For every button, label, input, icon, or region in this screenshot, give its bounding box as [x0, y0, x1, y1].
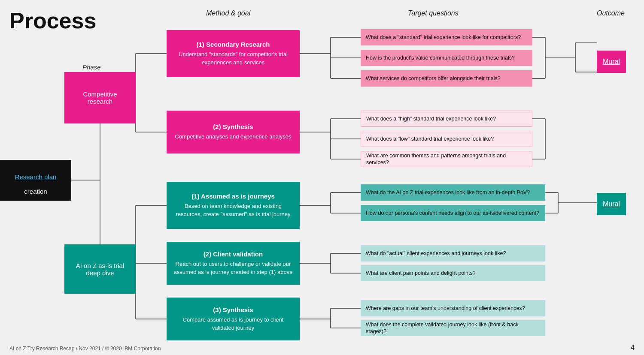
method-secondary-research: (1) Secondary Research Understand "stand… — [167, 30, 300, 77]
page-number: 4 — [631, 344, 635, 352]
method-3-title: (1) Assumed as is journeys — [191, 193, 275, 200]
phase-ai-trial: AI on Z as-is trial deep dive — [64, 244, 136, 294]
method-1-desc: Understand "standards" for competitor's … — [179, 51, 288, 66]
target-question-10: What are client pain points and delight … — [361, 265, 545, 281]
mural-1-label: Mural — [603, 58, 620, 66]
method-5-desc: Compare assumed as is journey to client … — [183, 316, 284, 331]
method-4-title: (2) Client validation — [204, 250, 263, 258]
method-3-desc: Based on team knowledge and existing res… — [176, 202, 290, 218]
research-plan-link[interactable]: Research plan — [15, 173, 57, 181]
target-question-1: What does a "standard" trial experience … — [361, 29, 532, 45]
target-question-8: How do our persona's content needs align… — [361, 205, 545, 221]
phase-competitive: Competitive research — [64, 72, 136, 123]
phase-ai-label: AI on Z as-is trial deep dive — [76, 262, 125, 277]
target-question-5: What does a "low" standard trial experie… — [361, 131, 532, 147]
phase-research-label: Research plan creation — [15, 166, 57, 195]
target-question-9: What do "actual" client experiences and … — [361, 245, 545, 262]
method-client-validation: (2) Client validation Reach out to users… — [167, 242, 300, 285]
phase-label: Phase — [82, 63, 101, 71]
method-5-title: (3) Synthesis — [213, 306, 253, 313]
method-1-title: (1) Secondary Research — [197, 41, 270, 48]
col-header-target: Target questions — [408, 9, 459, 17]
phase-competitive-label: Competitive research — [83, 90, 117, 105]
page-title: Process — [9, 8, 96, 33]
method-synthesis-pink: (2) Synthesis Competitive analyses and e… — [167, 111, 300, 153]
method-assumed-journeys: (1) Assumed as is journeys Based on team… — [167, 182, 300, 229]
method-2-desc: Competitive analyses and experience anal… — [175, 133, 292, 141]
target-question-6: What are common themes and patterns amon… — [361, 151, 532, 167]
mural-2-label: Mural — [603, 200, 620, 208]
method-2-title: (2) Synthesis — [213, 123, 253, 130]
method-4-desc: Reach out to users to challenge or valid… — [174, 260, 293, 276]
col-header-outcome: Outcome — [597, 9, 625, 17]
target-question-4: What does a "high" standard trial experi… — [361, 111, 532, 127]
target-question-2: How is the product's value communicated … — [361, 50, 532, 66]
mural-button-2[interactable]: Mural — [597, 193, 626, 215]
col-header-method: Method & goal — [206, 9, 250, 17]
target-question-12: What does the complete validated journey… — [361, 320, 545, 336]
phase-research-plan: Research plan creation — [0, 160, 71, 201]
mural-button-1[interactable]: Mural — [597, 51, 626, 73]
target-question-7: What do the AI on Z trial experiences lo… — [361, 184, 545, 201]
target-question-3: What services do competitors offer along… — [361, 70, 532, 87]
footer: AI on Z Try Research Recap / Nov 2021 / … — [9, 346, 161, 352]
method-synthesis-teal: (3) Synthesis Compare assumed as is jour… — [167, 298, 300, 340]
target-question-11: Where are gaps in our team's understandi… — [361, 300, 545, 316]
